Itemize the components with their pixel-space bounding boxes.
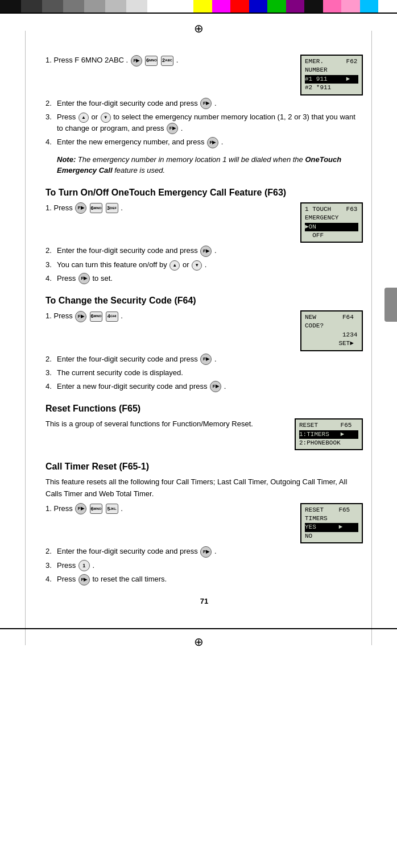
screen-line-2: TIMERS xyxy=(305,514,358,523)
screen-line-3: ►ON xyxy=(305,223,358,231)
6mno-button: 6MNO xyxy=(90,504,102,514)
step-text: Enter the four-digit secu­rity code and … xyxy=(57,245,363,257)
step-text: Enter the four-digit security code and p… xyxy=(57,546,363,558)
screen-display-4: RESET F65 1:TIMERS ► 2:PHONEBOOK xyxy=(295,418,363,450)
step-text: Press F▶ 6MNO 5JKL . xyxy=(53,504,122,513)
3def-button: 3DEF xyxy=(106,203,118,213)
screen-line-2: CODE? xyxy=(305,322,358,330)
color-block xyxy=(378,0,397,13)
color-block xyxy=(105,0,126,13)
5jkl-button: 5JKL xyxy=(106,504,118,514)
color-block xyxy=(212,0,231,13)
step-num: 2. xyxy=(46,546,57,557)
reset-functions-section: Reset Functions (F65) This is a group of… xyxy=(46,404,363,450)
step-text: Press F▶ 6MNO 3DEF . xyxy=(53,203,122,212)
emergency-number-section: 1. Press F 6MNO 2ABC . F▶ 6MNO 2ABC . EM… xyxy=(46,55,363,176)
screen-line-1: NEW F64 xyxy=(305,313,358,322)
step-1: 1. Press F▶ 6MNO 4GHI . NEW F64 CODE? xyxy=(46,310,363,351)
color-block xyxy=(168,0,193,13)
screen-display-3: NEW F64 CODE? 1234 SET► xyxy=(300,310,363,351)
func-button: F▶ xyxy=(200,246,212,257)
call-timer-body: This feature resets all the following fo… xyxy=(46,476,363,499)
step-num: 3. xyxy=(46,367,57,379)
step-text: Press 1 . xyxy=(57,560,363,572)
func-button: F▶ xyxy=(75,311,86,322)
func-button: F▶ xyxy=(200,98,212,109)
screen-line-1: EMER. F62 xyxy=(305,57,358,66)
step-num: 1. xyxy=(46,312,52,320)
1-button: 1 xyxy=(78,560,90,571)
step-text: Press F▶ to set. xyxy=(57,273,363,285)
2abc-button: 2ABC xyxy=(161,56,173,66)
main-content: 1. Press F 6MNO 2ABC . F▶ 6MNO 2ABC . EM… xyxy=(0,38,397,628)
color-block xyxy=(286,0,305,13)
6mno-button: 6MNO xyxy=(90,312,102,322)
note-body: The emergency number in memory location … xyxy=(57,155,341,175)
reset-functions-heading: Reset Functions (F65) xyxy=(46,404,363,414)
step-2: 2. Enter the four-digit secu­rity code a… xyxy=(46,98,363,110)
color-block xyxy=(193,0,212,13)
func-button: F▶ xyxy=(78,574,90,585)
step-num: 1. xyxy=(46,203,52,212)
step-text: Press F▶ to reset the call timers. xyxy=(57,574,363,585)
step-2: 2. Enter the four-digit security code an… xyxy=(46,354,363,366)
onetouch-steps-list: 1. Press F▶ 6MNO 3DEF . 1 TOUCH F63 EMER… xyxy=(46,202,363,284)
step-3: 3. You can turn this feature on/off by ▲… xyxy=(46,259,363,271)
onetouch-heading: To Turn On/Off OneTouch Emergency Call F… xyxy=(46,188,363,198)
call-timer-steps-list: 1. Press F▶ 6MNO 5JKL . RESET F65 TIMERS… xyxy=(46,503,363,585)
step-num: 3. xyxy=(46,111,57,123)
step-4: 4. Enter the new emergency number, and p… xyxy=(46,136,363,148)
step-num: 3. xyxy=(46,259,57,271)
color-block xyxy=(360,0,379,13)
step-text: Enter a new four-digit security code and… xyxy=(57,381,363,393)
step-1: 1. Press F▶ 6MNO 5JKL . RESET F65 TIMERS… xyxy=(46,503,363,544)
step-4: 4. Press F▶ to reset the call timers. xyxy=(46,574,363,585)
screen-line-2: 1:TIMERS ► xyxy=(299,430,358,439)
screen-line-2: EMERGENCY xyxy=(305,214,358,222)
screen-line-1: 1 TOUCH F63 xyxy=(305,205,358,214)
screen-line-2: NUMBER xyxy=(305,66,358,74)
color-block xyxy=(63,0,84,13)
4ghi-button: 4GHI xyxy=(106,312,118,322)
screen-line-3: #1 911 ► xyxy=(305,75,358,84)
step-text: You can turn this feature on/off by ▲ or… xyxy=(57,259,363,271)
step-4: 4. Enter a new four-digit security code … xyxy=(46,381,363,393)
color-block xyxy=(267,0,286,13)
bottom-area: ⊕ xyxy=(0,628,397,662)
page-number: 71 xyxy=(46,597,363,605)
color-block xyxy=(323,0,342,13)
screen-line-3: 1234 xyxy=(305,331,358,339)
reset-functions-body: This is a group of several functions for… xyxy=(46,418,283,430)
step-text: Enter the new emergency number, and pres… xyxy=(57,136,363,148)
reset-functions-body-row: This is a group of several functions for… xyxy=(46,418,363,450)
up-arrow-button: ▲ xyxy=(78,113,89,123)
step-3: 3. The current security code is displaye… xyxy=(46,367,363,379)
right-tab xyxy=(384,288,397,322)
6mno-button: 6MNO xyxy=(90,203,102,213)
screen-display-1: EMER. F62 NUMBER #1 911 ► #2 *911 xyxy=(300,55,363,95)
top-color-bar xyxy=(0,0,397,13)
screen-line-1: RESET F65 xyxy=(299,421,358,430)
step-num: 2. xyxy=(46,98,57,109)
func-button: F▶ xyxy=(75,202,86,214)
step-num: 4. xyxy=(46,381,57,392)
step-num: 1. xyxy=(46,504,52,513)
reg-mark-top: ⊕ xyxy=(0,14,397,38)
note-block: Note: The emergency number in memory loc… xyxy=(57,154,363,176)
step-label: Press F 6MNO 2ABC . xyxy=(53,56,128,64)
onetouch-section: To Turn On/Off OneTouch Emergency Call F… xyxy=(46,188,363,284)
color-block xyxy=(126,0,147,13)
func-button: F▶ xyxy=(75,503,86,514)
color-block xyxy=(341,0,360,13)
step-1: 1. Press F 6MNO 2ABC . F▶ 6MNO 2ABC . EM… xyxy=(46,55,363,95)
screen-line-3: YES ► xyxy=(305,523,358,531)
step-3: 3. Press ▲ or ▼ to select the emergency … xyxy=(46,111,363,134)
step-text: Press ▲ or ▼ to select the emergency num… xyxy=(57,111,363,134)
func-button: F▶ xyxy=(167,123,178,134)
reg-mark-bottom: ⊕ xyxy=(0,629,397,649)
step-num: 4. xyxy=(46,574,57,585)
6mno-button: 6MNO xyxy=(145,56,158,66)
color-block xyxy=(0,0,21,13)
screen-line-1: RESET F65 xyxy=(305,506,358,514)
step-num: 1. xyxy=(46,56,52,64)
